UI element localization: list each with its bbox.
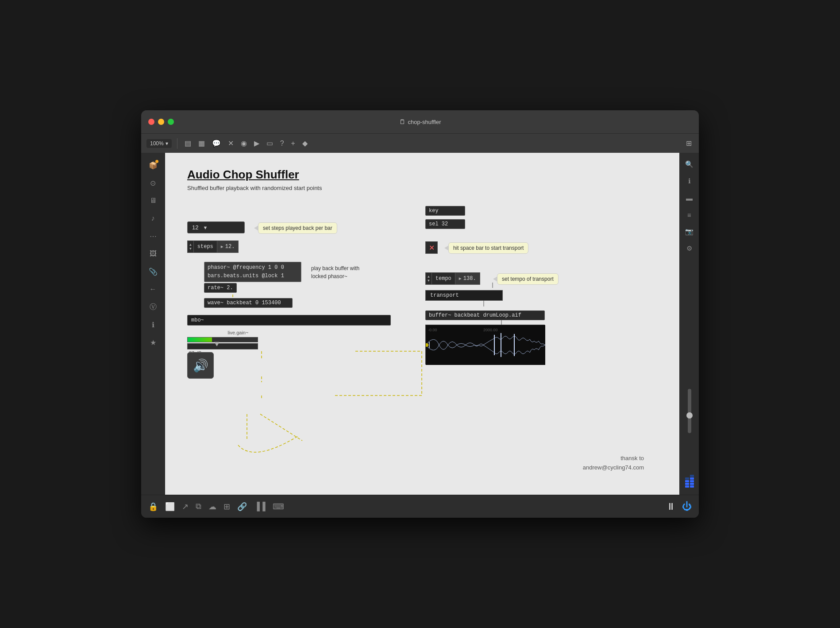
- buffer-text: buffer~ backbeat drumLoop.aif: [429, 312, 521, 318]
- rate-object[interactable]: rate~ 2.: [204, 283, 237, 293]
- toggle-button[interactable]: ✕: [425, 241, 438, 254]
- tempo-label-text: tempo: [435, 275, 451, 282]
- live-gain-label: live.gain~: [212, 330, 265, 335]
- toolbar-plus-btn[interactable]: +: [289, 138, 297, 149]
- toolbar-grid-btn[interactable]: ⊞: [684, 137, 694, 149]
- gain-slider-thumb: [214, 342, 220, 346]
- steps-dropdown[interactable]: 12 ▼: [187, 221, 245, 233]
- led-seg: [685, 483, 689, 485]
- comment-tempo-text: set tempo of transport: [502, 276, 554, 282]
- right-icon-search[interactable]: 🔍: [683, 158, 696, 171]
- gain-slider-track[interactable]: [187, 343, 258, 349]
- right-icon-panel[interactable]: ▬: [683, 192, 696, 204]
- phasor-object[interactable]: phasor~ @frequency 1 0 0 bars.beats.unit…: [204, 262, 301, 282]
- toolbar-comment-btn[interactable]: ▦: [197, 137, 207, 149]
- tempo-down-icon: ▼: [428, 279, 430, 283]
- toolbar-right: ⊞: [684, 137, 694, 149]
- toolbar-help-btn[interactable]: ?: [278, 138, 286, 149]
- wave-object[interactable]: wave~ backbeat 0 153400: [204, 298, 293, 308]
- toolbar-message-btn[interactable]: 💬: [210, 137, 223, 149]
- sidebar-icon-star[interactable]: ★: [146, 335, 160, 349]
- sidebar-icon-package[interactable]: 📦: [146, 158, 160, 172]
- wave-text: wave~ backbeat 0 153400: [208, 300, 281, 306]
- transport-object[interactable]: transport: [425, 290, 503, 301]
- tempo-arrows: ▲ ▼: [426, 273, 432, 284]
- vol-track[interactable]: [688, 389, 691, 433]
- steps-down-icon: ▼: [189, 247, 192, 251]
- sidebar-icon-dots[interactable]: ⋯: [146, 229, 160, 243]
- volume-area: [688, 259, 691, 469]
- tempo-value-box[interactable]: ▶ 138.: [455, 273, 480, 284]
- patch-title: Audio Chop Shuffler: [187, 168, 299, 182]
- toolbar-close-btn[interactable]: ✕: [226, 137, 235, 149]
- sidebar-icon-music[interactable]: ♪: [146, 211, 160, 225]
- speaker-button[interactable]: 🔊: [187, 352, 214, 379]
- bottom-scope-btn[interactable]: ▐▐: [254, 502, 266, 511]
- sidebar-icon-arrow[interactable]: ←: [146, 282, 160, 296]
- live-gain-label-text: live.gain~: [228, 330, 249, 335]
- toolbar-dial-btn[interactable]: ◉: [239, 137, 249, 149]
- svg-text:-0.00: -0.00: [428, 328, 437, 332]
- toolbar-play-btn[interactable]: ▶: [252, 137, 261, 149]
- tempo-triangle-icon: ▶: [459, 276, 462, 281]
- steps-label: steps: [194, 241, 217, 252]
- steps-value-box[interactable]: ▶ 12.: [217, 241, 239, 252]
- key-object[interactable]: key: [425, 206, 465, 216]
- steps-object[interactable]: ▲ ▼ steps ▶ 12.: [187, 240, 239, 253]
- bottom-arrow-btn[interactable]: ↗: [182, 502, 189, 512]
- zoom-control[interactable]: 100% ▾: [146, 139, 172, 148]
- led-seg: [690, 485, 694, 488]
- comment-space-text: hit space bar to start transport: [453, 245, 524, 251]
- bottom-lock-btn[interactable]: 🔒: [148, 502, 158, 512]
- bottom-toolbar: 🔒 ⬜ ↗ ⧉ ☁ ⊞ 🔗 ▐▐ ⌨ ⏸ ⏻: [141, 495, 699, 518]
- bottom-duplicate-btn[interactable]: ⧉: [196, 502, 201, 511]
- steps-up-icon: ▲: [189, 243, 192, 247]
- vol-thumb: [686, 412, 693, 419]
- sidebar-icon-clip[interactable]: 📎: [146, 264, 160, 279]
- svg-text:2000.00: 2000.00: [483, 328, 498, 332]
- led-bar-1: [685, 477, 689, 488]
- bottom-keyboard-btn[interactable]: ⌨: [273, 502, 284, 512]
- sidebar-icon-v[interactable]: Ⓥ: [146, 300, 160, 314]
- title-bar: 🗒 chop-shuffler: [141, 110, 699, 133]
- sidebar-icon-target[interactable]: ⊙: [146, 176, 160, 190]
- minimize-button[interactable]: [158, 119, 164, 125]
- steps-triangle-icon: ▶: [221, 244, 223, 249]
- close-button[interactable]: [148, 119, 154, 125]
- tempo-up-icon: ▲: [428, 275, 430, 279]
- canvas-area[interactable]: Audio Chop Shuffler Shuffled buffer play…: [165, 153, 679, 495]
- sel-object[interactable]: sel 32: [425, 219, 465, 229]
- right-icon-settings[interactable]: ⚙: [683, 242, 696, 255]
- right-icon-info[interactable]: ℹ: [683, 175, 696, 187]
- key-text: key: [429, 208, 439, 214]
- tempo-object[interactable]: ▲ ▼ tempo ▶ 138.: [425, 272, 480, 285]
- credit-line1: thansk to: [583, 454, 644, 463]
- toolbar-diamond-btn[interactable]: ◆: [301, 137, 309, 149]
- power-button[interactable]: ⏻: [682, 501, 692, 512]
- right-icon-camera[interactable]: 📷: [683, 225, 696, 238]
- pause-button[interactable]: ⏸: [666, 501, 676, 512]
- toolbar-minus-btn[interactable]: ▭: [265, 137, 275, 149]
- sidebar-icon-info[interactable]: ℹ: [146, 318, 160, 332]
- led-seg: [690, 475, 694, 477]
- sidebar-icon-image[interactable]: 🖼: [146, 247, 160, 261]
- sidebar-icon-monitor[interactable]: 🖥: [146, 194, 160, 208]
- bottom-select-btn[interactable]: ⬜: [165, 502, 175, 512]
- bottom-link-btn[interactable]: 🔗: [237, 502, 247, 512]
- bottom-grid-btn[interactable]: ⊞: [223, 502, 230, 512]
- buffer-object[interactable]: buffer~ backbeat drumLoop.aif: [425, 310, 545, 320]
- toolbar-lock-btn[interactable]: ▤: [183, 137, 193, 149]
- main-layout: 📦 ⊙ 🖥 ♪ ⋯ 🖼 📎 ← Ⓥ ℹ ★: [141, 153, 699, 495]
- maximize-button[interactable]: [168, 119, 174, 125]
- bottom-cloud-btn[interactable]: ☁: [208, 502, 216, 512]
- window-title: 🗒 chop-shuffler: [399, 118, 441, 125]
- steps-arrows: ▲ ▼: [188, 241, 194, 252]
- rate-text: rate~ 2.: [208, 285, 233, 291]
- title-icon: 🗒: [399, 118, 405, 125]
- comment-playback: play back buffer withlocked phasor~: [311, 264, 359, 280]
- mbo-object[interactable]: mbo~: [187, 315, 391, 326]
- dropdown-arrow-icon: ▼: [203, 225, 208, 230]
- right-icon-list[interactable]: ≡: [683, 209, 696, 221]
- gain-fill: [188, 337, 212, 342]
- sel-text: sel 32: [429, 221, 448, 227]
